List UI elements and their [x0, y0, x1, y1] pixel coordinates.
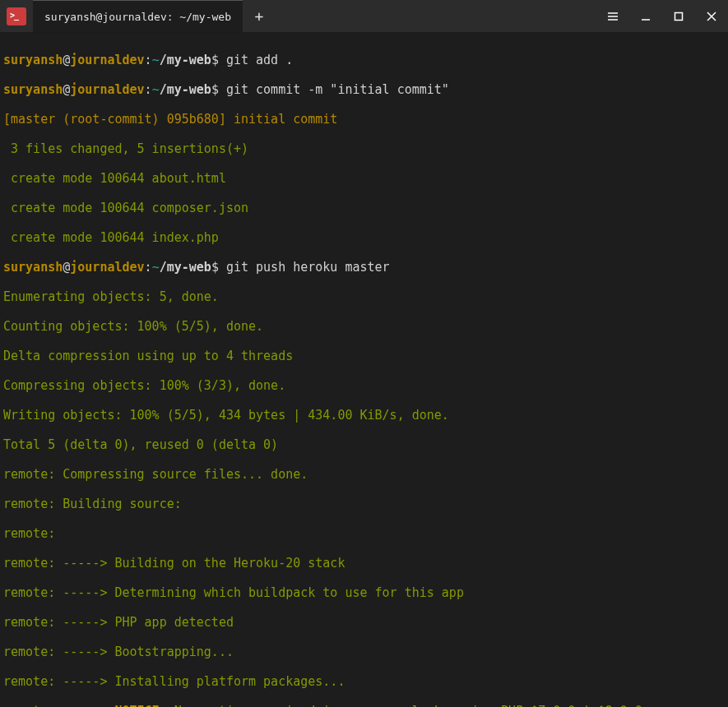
- close-button[interactable]: [695, 0, 728, 33]
- output-line: Counting objects: 100% (5/5), done.: [3, 319, 725, 334]
- remote-line: remote: Compressing source files... done…: [3, 467, 725, 482]
- terminal-app-icon: [0, 0, 33, 33]
- command-text: git push heroku master: [226, 260, 390, 275]
- tab-bar: suryansh@journaldev: ~/my-web +: [33, 0, 276, 32]
- output-line: create mode 100644 composer.json: [3, 201, 725, 215]
- command-text: git add .: [226, 53, 293, 67]
- prompt-user: suryansh: [3, 53, 63, 67]
- output-line: Writing objects: 100% (5/5), 434 bytes |…: [3, 408, 725, 423]
- remote-line: remote: -----> Bootstrapping...: [3, 645, 725, 659]
- svg-rect-4: [675, 12, 683, 20]
- output-line: [master (root-commit) 095b680] initial c…: [3, 112, 725, 127]
- remote-line: remote: Building source:: [3, 497, 725, 511]
- close-icon: [706, 11, 717, 22]
- terminal-output[interactable]: suryansh@journaldev:~/my-web$ git add . …: [0, 33, 728, 707]
- minimize-button[interactable]: [629, 0, 662, 33]
- notice-label: NOTICE:: [114, 704, 166, 707]
- tab-terminal-1[interactable]: suryansh@journaldev: ~/my-web: [33, 0, 243, 32]
- menu-button[interactable]: [596, 0, 629, 33]
- prompt-host: journaldev: [70, 53, 144, 67]
- prompt-line: suryansh@journaldev:~/my-web$ git commit…: [3, 82, 725, 97]
- remote-line: remote: -----> Installing platform packa…: [3, 674, 725, 689]
- command-text: git commit -m "initial commit": [226, 82, 449, 97]
- maximize-button[interactable]: [662, 0, 695, 33]
- window-controls: [596, 0, 728, 32]
- output-line: Total 5 (delta 0), reused 0 (delta 0): [3, 437, 725, 452]
- tab-title: suryansh@journaldev: ~/my-web: [44, 11, 231, 23]
- output-line: create mode 100644 index.php: [3, 230, 725, 245]
- hamburger-icon: [607, 11, 619, 22]
- plus-icon: +: [255, 7, 264, 25]
- remote-line: remote: -----> PHP app detected: [3, 615, 725, 630]
- output-line: Delta compression using up to 4 threads: [3, 349, 725, 363]
- prompt-path: /my-web: [160, 53, 211, 67]
- output-line: 3 files changed, 5 insertions(+): [3, 141, 725, 156]
- prompt-tilde: ~: [152, 53, 160, 67]
- output-line: create mode 100644 about.html: [3, 171, 725, 186]
- remote-notice-line: remote: NOTICE: No runtime required in c…: [3, 704, 725, 707]
- remote-line: remote: -----> Determining which buildpa…: [3, 585, 725, 600]
- new-tab-button[interactable]: +: [243, 0, 276, 32]
- output-line: Compressing objects: 100% (3/3), done.: [3, 378, 725, 393]
- output-line: Enumerating objects: 5, done.: [3, 289, 725, 304]
- prompt-line: suryansh@journaldev:~/my-web$ git push h…: [3, 260, 725, 275]
- remote-line: remote: -----> Building on the Heroku-20…: [3, 556, 725, 571]
- prompt-line: suryansh@journaldev:~/my-web$ git add .: [3, 53, 725, 67]
- remote-line: remote:: [3, 526, 725, 541]
- maximize-icon: [673, 11, 684, 22]
- titlebar: suryansh@journaldev: ~/my-web +: [0, 0, 728, 33]
- minimize-icon: [640, 11, 651, 22]
